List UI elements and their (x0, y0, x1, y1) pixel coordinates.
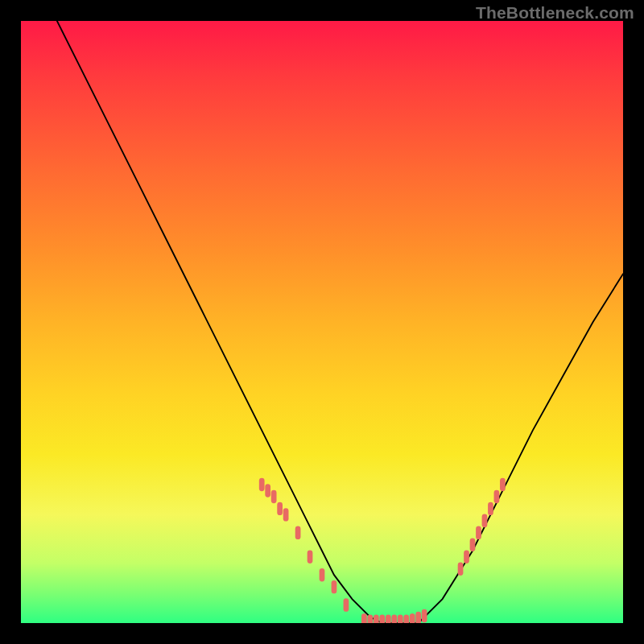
tick-marker (476, 526, 481, 539)
tick-marker (379, 615, 385, 623)
chart-svg (21, 21, 623, 623)
tick-marker (458, 562, 464, 575)
tick-marker (259, 478, 265, 491)
tick-marker (332, 580, 337, 593)
tick-marker (283, 508, 289, 521)
tick-marker (367, 615, 373, 623)
tick-marker (386, 615, 391, 623)
tick-marker (422, 609, 427, 622)
tick-marker (271, 490, 277, 503)
bottleneck-curve (57, 21, 623, 623)
outer-frame: TheBottleneck.com (0, 0, 644, 644)
tick-marker (410, 613, 415, 623)
tick-marker (470, 539, 476, 551)
tick-marker (415, 612, 421, 623)
tick-marker (361, 613, 367, 623)
tick-marker (482, 514, 488, 527)
tick-marker (464, 550, 469, 563)
tick-marker (374, 615, 379, 623)
tick-marker (391, 615, 397, 623)
tick-marker (308, 550, 313, 563)
tick-marker (488, 502, 493, 515)
tick-marker (494, 490, 500, 503)
tick-marker (398, 615, 403, 623)
tick-marker (320, 568, 325, 581)
tick-marker (403, 615, 409, 623)
tick-marker (295, 526, 301, 539)
tick-marker (500, 478, 506, 491)
chart-canvas (21, 21, 623, 623)
tick-marker (344, 598, 349, 611)
tick-marker (277, 502, 283, 515)
tick-marker (265, 484, 270, 497)
watermark-text: TheBottleneck.com (476, 3, 634, 23)
